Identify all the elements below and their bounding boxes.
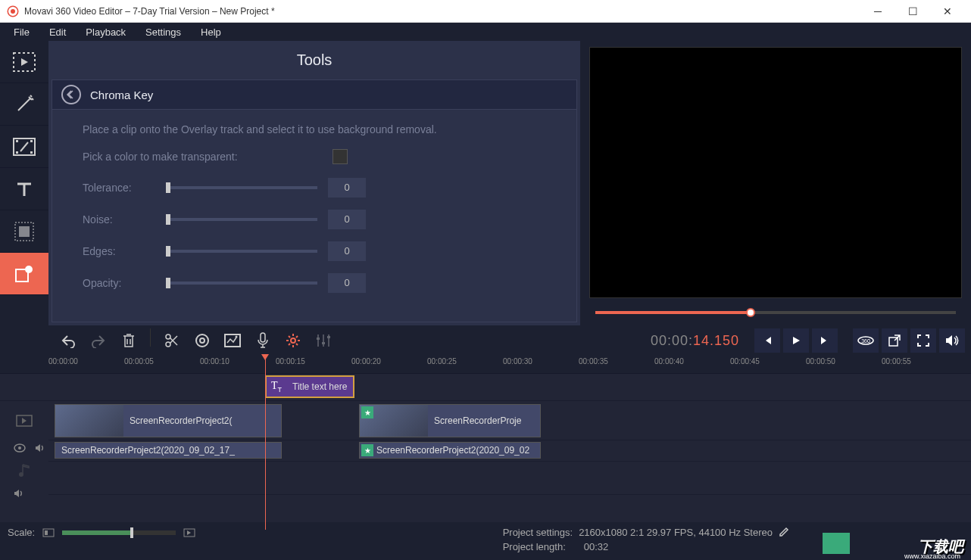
app-icon	[6, 5, 24, 18]
undo-button[interactable]	[55, 328, 82, 353]
preview-pane	[580, 41, 971, 325]
svg-point-14	[196, 334, 208, 347]
maximize-button[interactable]: ☐	[895, 0, 930, 23]
video-track[interactable]: ScreenRecorderProject2( ★ ScreenRecorder…	[48, 401, 971, 440]
svg-rect-5	[16, 151, 18, 154]
scale-slider[interactable]	[62, 530, 176, 535]
svg-rect-9	[19, 226, 30, 237]
tools-panel: Tools Chroma Key Place a clip onto the O…	[48, 41, 580, 325]
menu-edit[interactable]: Edit	[40, 25, 75, 39]
pick-color-label: Pick a color to make transparent:	[83, 151, 257, 163]
svg-rect-7	[30, 151, 33, 154]
seek-bar[interactable]	[595, 309, 956, 316]
sidebar-more-tools[interactable]	[0, 253, 48, 295]
timecode-gray: 00:00:	[651, 333, 693, 348]
split-button[interactable]	[158, 328, 186, 353]
noise-value[interactable]: 0	[328, 210, 366, 229]
title-icon: TT	[267, 380, 286, 394]
edges-slider[interactable]	[166, 250, 317, 253]
window-titlebar: Movavi 360 Video Editor – 7-Day Trial Ve…	[0, 0, 971, 23]
title-clip[interactable]: TT Title text here	[265, 375, 354, 398]
record-audio-button[interactable]	[249, 328, 276, 353]
tools-title: Tools	[52, 41, 577, 79]
edges-value[interactable]: 0	[328, 241, 366, 261]
svg-point-1	[11, 9, 15, 14]
edges-label: Edges:	[83, 245, 166, 257]
close-button[interactable]: ✕	[930, 0, 965, 23]
fullscreen-button[interactable]	[910, 328, 936, 353]
watermark-url: www.xiazaiba.com	[904, 552, 960, 560]
video-clip-2[interactable]: ★ ScreenRecorderProje	[359, 404, 541, 437]
project-settings-value: 2160x1080 2:1 29.97 FPS, 44100 Hz Stereo	[579, 527, 773, 538]
next-frame-button[interactable]	[812, 328, 838, 353]
360-view-button[interactable]: 360	[853, 328, 879, 353]
video-track-head[interactable]	[0, 401, 48, 440]
ruler-label: 00:00:45	[730, 357, 760, 366]
back-button[interactable]	[61, 85, 81, 104]
minimize-button[interactable]: ─	[860, 0, 895, 23]
svg-rect-31	[45, 530, 48, 535]
music-track-head[interactable]	[0, 456, 48, 486]
opacity-slider[interactable]	[166, 282, 317, 285]
opacity-label: Opacity:	[83, 277, 166, 289]
svg-point-28	[18, 446, 21, 450]
project-settings-label: Project settings:	[503, 527, 573, 538]
volume-button[interactable]	[939, 328, 965, 353]
project-length-label: Project length:	[503, 541, 566, 552]
music-track[interactable]	[48, 462, 971, 495]
color-picker[interactable]	[333, 149, 348, 164]
zoom-out-icon[interactable]	[42, 528, 55, 537]
zoom-in-icon[interactable]	[183, 528, 195, 537]
tolerance-value[interactable]: 0	[328, 178, 366, 198]
music-audio-icon[interactable]	[14, 488, 24, 499]
ruler-label: 00:00:55	[882, 357, 911, 366]
menu-bar: File Edit Playback Settings Help	[0, 23, 971, 41]
star-badge-icon: ★	[361, 406, 373, 418]
preview-video[interactable]	[589, 47, 962, 298]
clip-properties-button[interactable]	[279, 328, 307, 353]
sidebar-transitions[interactable]	[0, 126, 48, 168]
track-visibility-icon[interactable]	[14, 443, 26, 453]
ruler-label: 00:00:00	[48, 357, 78, 366]
sidebar-import[interactable]	[0, 41, 48, 83]
ruler-label: 00:00:25	[427, 357, 457, 366]
play-button[interactable]	[783, 328, 809, 353]
ruler-label: 00:00:15	[276, 357, 305, 366]
audio-clip-1-label: ScreenRecorderProject2(2020_09_02_17_	[55, 445, 241, 456]
toolbar-strip: 00:00:14.150 360	[0, 325, 971, 356]
track-audio-icon[interactable]	[35, 443, 45, 453]
tolerance-slider[interactable]	[166, 186, 317, 189]
rotate-button[interactable]	[189, 328, 216, 353]
sidebar-filters[interactable]	[0, 83, 48, 126]
redo-button[interactable]	[85, 328, 112, 353]
edit-settings-icon[interactable]	[779, 527, 789, 538]
svg-point-17	[236, 336, 238, 338]
menu-file[interactable]: File	[5, 25, 39, 39]
menu-playback[interactable]: Playback	[76, 25, 135, 39]
playhead[interactable]	[265, 356, 266, 530]
seek-thumb[interactable]	[746, 308, 755, 317]
delete-button[interactable]	[115, 328, 142, 353]
prev-frame-button[interactable]	[754, 328, 780, 353]
menu-settings[interactable]: Settings	[136, 25, 190, 39]
linked-audio-track[interactable]: ScreenRecorderProject2(2020_09_02_17_ ★ …	[48, 440, 971, 462]
star-badge-icon: ★	[361, 444, 373, 456]
panel-body: Place a clip onto the Overlay track and …	[52, 110, 577, 322]
noise-label: Noise:	[83, 213, 166, 226]
menu-help[interactable]: Help	[192, 25, 230, 39]
sidebar-stickers[interactable]	[0, 210, 48, 253]
crop-button[interactable]	[219, 328, 246, 353]
timecode-orange: 14.150	[693, 333, 739, 348]
equalizer-button[interactable]	[310, 328, 337, 353]
popout-button[interactable]	[882, 328, 907, 353]
sidebar-titles[interactable]	[0, 168, 48, 210]
audio-clip-1[interactable]: ScreenRecorderProject2(2020_09_02_17_	[55, 442, 282, 459]
audio-clip-2[interactable]: ★ ScreenRecorderProject2(2020_09_02	[359, 442, 541, 459]
title-clip-label: Title text here	[286, 381, 353, 392]
title-track[interactable]: TT Title text here	[48, 374, 971, 401]
left-sidebar	[0, 41, 48, 325]
video-clip-1[interactable]: ScreenRecorderProject2(	[55, 404, 282, 437]
noise-slider[interactable]	[166, 218, 317, 221]
opacity-value[interactable]: 0	[328, 273, 366, 293]
timeline-ruler[interactable]: 00:00:0000:00:0500:00:1000:00:1500:00:20…	[0, 356, 971, 374]
